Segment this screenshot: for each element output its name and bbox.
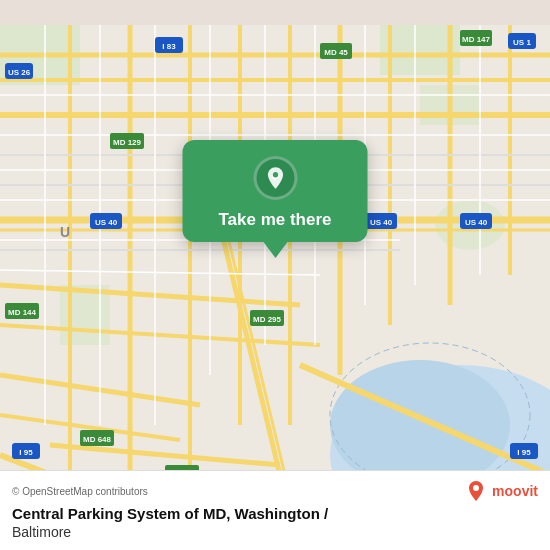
svg-text:MD 648: MD 648 — [83, 435, 112, 444]
popup-pointer — [263, 242, 287, 258]
svg-text:US 40: US 40 — [370, 218, 393, 227]
map-container: I 83 US 1 US 26 MD 147 MD 45 MD 129 US 4… — [0, 0, 550, 550]
svg-text:MD 45: MD 45 — [324, 48, 348, 57]
svg-text:U: U — [60, 224, 70, 240]
popup-box[interactable]: Take me there — [183, 140, 368, 242]
info-bar: © OpenStreetMap contributors moovit Cent… — [0, 470, 550, 550]
svg-text:MD 144: MD 144 — [8, 308, 37, 317]
take-me-there-button[interactable]: Take me there — [218, 210, 331, 230]
moovit-pin-icon — [464, 479, 488, 503]
svg-text:MD 295: MD 295 — [253, 315, 282, 324]
svg-text:I 95: I 95 — [19, 448, 33, 457]
svg-text:US 40: US 40 — [465, 218, 488, 227]
svg-point-85 — [272, 172, 277, 177]
svg-text:MD 129: MD 129 — [113, 138, 142, 147]
moovit-label: moovit — [492, 483, 538, 499]
map-background: I 83 US 1 US 26 MD 147 MD 45 MD 129 US 4… — [0, 0, 550, 550]
moovit-logo: moovit — [464, 479, 538, 503]
svg-text:I 83: I 83 — [162, 42, 176, 51]
svg-text:US 40: US 40 — [95, 218, 118, 227]
svg-text:US 26: US 26 — [8, 68, 31, 77]
location-pin-icon — [253, 156, 297, 200]
location-sub: Baltimore — [12, 524, 538, 540]
svg-text:US 1: US 1 — [513, 38, 531, 47]
svg-text:I 95: I 95 — [517, 448, 531, 457]
svg-text:MD 147: MD 147 — [462, 35, 491, 44]
copyright-text: © OpenStreetMap contributors — [12, 486, 148, 497]
location-name: Central Parking System of MD, Washington… — [12, 505, 538, 522]
svg-point-86 — [473, 485, 479, 491]
popup-card[interactable]: Take me there — [183, 140, 368, 258]
